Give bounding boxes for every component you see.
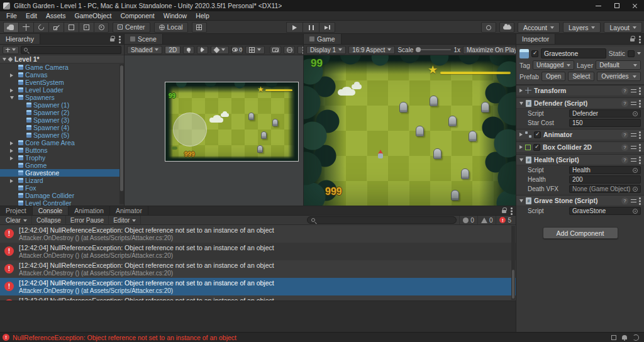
lock-icon[interactable]: [630, 38, 635, 41]
foldout-icon[interactable]: [10, 96, 14, 99]
prefab-overrides-dropdown[interactable]: Overrides: [597, 72, 641, 81]
component-enabled-checkbox[interactable]: [533, 144, 540, 151]
foldout-icon[interactable]: [10, 149, 13, 153]
help-icon[interactable]: [621, 157, 628, 163]
effects-dropdown[interactable]: [211, 46, 229, 54]
account-dropdown[interactable]: Account: [518, 22, 560, 33]
warnings-filter-button[interactable]: 0: [477, 216, 496, 224]
foldout-icon[interactable]: [10, 74, 13, 77]
maximize-button[interactable]: [608, 0, 626, 11]
hierarchy-item-spawner-4[interactable]: Spawner (4): [0, 124, 124, 131]
menu-help[interactable]: Help: [191, 11, 214, 20]
presets-icon[interactable]: [631, 88, 636, 94]
field-value[interactable]: Defender: [569, 109, 641, 118]
help-icon[interactable]: [621, 87, 628, 94]
panel-menu-icon[interactable]: [639, 35, 641, 43]
active-checkbox[interactable]: [531, 50, 538, 57]
help-icon[interactable]: [621, 131, 628, 138]
help-icon[interactable]: [621, 100, 628, 107]
console-collapse-button[interactable]: Collapse: [32, 216, 66, 225]
menu-window[interactable]: Window: [159, 11, 191, 20]
hierarchy-scrollbar[interactable]: [119, 64, 124, 204]
hierarchy-item-gnome[interactable]: Gnome: [0, 162, 124, 169]
hierarchy-item-buttons[interactable]: Buttons: [0, 146, 124, 154]
add-component-button[interactable]: Add Component: [543, 227, 618, 239]
hierarchy-item-spawners[interactable]: Spawners: [0, 94, 124, 101]
presets-icon[interactable]: [631, 157, 636, 163]
hierarchy-item-canvas[interactable]: Canvas: [0, 71, 124, 79]
object-picker-icon[interactable]: [633, 187, 638, 192]
component-header-defender-script[interactable]: Defender (Script): [516, 98, 644, 109]
menu-component[interactable]: Component: [116, 11, 158, 20]
help-icon[interactable]: [621, 197, 628, 204]
hierarchy-item-fox[interactable]: Fox: [0, 184, 124, 192]
component-header-health-script[interactable]: Health (Script): [516, 155, 644, 165]
status-message[interactable]: NullReferenceException: Object reference…: [13, 334, 608, 341]
layout-dropdown[interactable]: Layout: [604, 22, 642, 33]
create-add-button[interactable]: [3, 46, 19, 54]
foldout-icon[interactable]: [519, 102, 523, 105]
rotate-tool-button[interactable]: [33, 22, 48, 33]
transform-tool-button[interactable]: [79, 22, 94, 33]
field-value[interactable]: 150: [569, 119, 641, 127]
layers-dropdown[interactable]: Layers: [563, 22, 601, 33]
foldout-icon[interactable]: [10, 89, 13, 92]
hierarchy-item-spawner-3[interactable]: Spawner (3): [0, 116, 124, 124]
scene-view-menu-button[interactable]: [297, 46, 303, 54]
hierarchy-item-spawner-2[interactable]: Spawner (2): [0, 109, 124, 116]
hierarchy-search-input[interactable]: [21, 46, 121, 54]
notifications-icon[interactable]: [622, 335, 627, 339]
presets-icon[interactable]: [631, 198, 636, 204]
audio-toggle-button[interactable]: [197, 46, 208, 54]
component-menu-icon[interactable]: [639, 143, 641, 151]
tag-dropdown[interactable]: Untagged: [533, 60, 574, 70]
game-viewport[interactable]: 99 999: [304, 55, 516, 206]
console-error-pause-button[interactable]: Error Pause: [66, 216, 109, 225]
scale-slider-thumb[interactable]: [416, 47, 421, 52]
tab-console[interactable]: Console: [33, 206, 69, 215]
component-menu-icon[interactable]: [639, 131, 641, 138]
field-value[interactable]: None (Game Object): [569, 185, 641, 193]
static-dropdown-icon[interactable]: [637, 52, 641, 55]
shading-mode-dropdown[interactable]: Shaded: [127, 46, 162, 54]
gizmos-button[interactable]: [284, 46, 295, 54]
messages-filter-button[interactable]: 0: [459, 216, 477, 224]
errors-filter-button[interactable]: 5: [496, 216, 514, 224]
tab-animator[interactable]: Animator: [110, 206, 148, 215]
scrollbar-thumb[interactable]: [512, 270, 514, 299]
menu-file[interactable]: File: [2, 11, 21, 20]
handle-orientation-button[interactable]: Local: [154, 22, 188, 33]
hierarchy-item-spawner-1[interactable]: Spawner (1): [0, 101, 124, 109]
step-button[interactable]: [319, 22, 335, 33]
hierarchy-item-core-game-area[interactable]: Core Game Area: [0, 139, 124, 146]
tab-game[interactable]: Game: [304, 34, 341, 44]
preview-packages-button[interactable]: [481, 22, 496, 33]
tab-animation[interactable]: Animation: [69, 206, 110, 215]
grid-settings-dropdown[interactable]: [245, 46, 265, 54]
foldout-icon[interactable]: [10, 157, 13, 160]
scene-visibility-button[interactable]: 0: [231, 46, 243, 54]
scale-tool-button[interactable]: [48, 22, 64, 33]
console-log-entry[interactable]: [12:42:04] NullReferenceException: Objec…: [0, 225, 516, 243]
hand-tool-button[interactable]: [3, 22, 18, 33]
foldout-icon[interactable]: [10, 179, 13, 183]
console-log-entry[interactable]: [12:42:04] NullReferenceException: Objec…: [0, 278, 516, 295]
hierarchy-item-level-controller[interactable]: Level Controller: [0, 199, 124, 206]
hierarchy-item-damage-collider[interactable]: Damage Collider: [0, 192, 124, 199]
component-header-animator[interactable]: Animator: [516, 130, 644, 140]
camera-settings-button[interactable]: [270, 46, 281, 54]
static-checkbox[interactable]: [628, 50, 635, 57]
layer-dropdown[interactable]: Default: [596, 60, 641, 70]
foldout-icon[interactable]: [3, 58, 6, 61]
tab-scene[interactable]: Scene: [125, 34, 163, 44]
help-icon[interactable]: [621, 144, 628, 151]
custom-tool-button[interactable]: [94, 22, 109, 33]
tab-hierarchy[interactable]: Hierarchy: [0, 34, 40, 44]
panel-menu-icon[interactable]: [119, 35, 121, 43]
display-dropdown[interactable]: Display 1: [306, 46, 346, 54]
hierarchy-item-gravestone[interactable]: Gravestone: [0, 169, 124, 177]
console-editor-button[interactable]: Editor: [109, 216, 141, 225]
console-log-entry[interactable]: [12:42:04] NullReferenceException: Objec…: [0, 243, 516, 260]
close-button[interactable]: [626, 0, 644, 11]
component-menu-icon[interactable]: [639, 156, 641, 163]
